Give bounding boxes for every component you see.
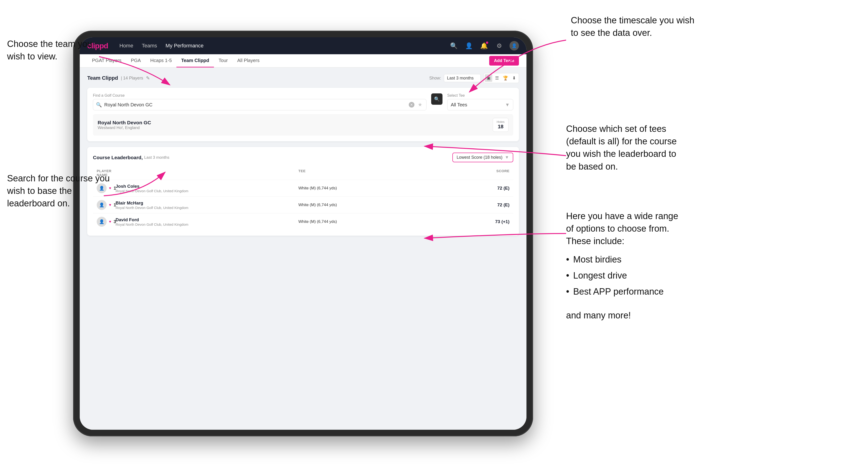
leaderboard-table: PLAYER NAME TEE SCORE 👤 ♥ 1 Josh xyxy=(93,167,513,230)
settings-icon[interactable]: ⚙ xyxy=(494,41,504,51)
search-row: Find a Golf Course 🔍 ✕ ★ 🔍 Select Tee Al… xyxy=(93,93,513,111)
leaderboard-header: Course Leaderboard, Last 3 months Lowest… xyxy=(93,153,513,162)
course-search-input-wrap: 🔍 ✕ ★ xyxy=(93,99,427,111)
show-label: Show: xyxy=(429,76,441,81)
nav-link-my-performance[interactable]: My Performance xyxy=(165,43,204,49)
course-result: Royal North Devon GC Westward Ho!, Engla… xyxy=(93,114,513,135)
search-icon-small: 🔍 xyxy=(96,102,102,107)
tab-all-players[interactable]: All Players xyxy=(232,54,264,67)
table-row: 👤 ♥ 3 David Ford Royal North Devon Golf … xyxy=(93,213,513,230)
tab-tour[interactable]: Tour xyxy=(214,54,232,67)
tee-select[interactable]: All Tees ▼ xyxy=(447,99,513,111)
team-title: Team Clippd xyxy=(87,75,118,81)
player-name-2: Blair McHarg xyxy=(116,200,299,206)
rank-cell-3: 👤 ♥ 3 xyxy=(97,217,116,227)
edit-icon[interactable]: ✎ xyxy=(146,75,150,81)
score-type-select[interactable]: Lowest Score (18 holes) ▼ xyxy=(453,153,513,162)
tee-select-value: All Tees xyxy=(451,102,467,107)
trophy-icon[interactable]: 🏆 xyxy=(502,74,509,82)
main-content: Team Clippd | 14 Players ✎ Show: Last 3 … xyxy=(80,67,526,430)
col-score: SCORE xyxy=(481,169,509,177)
find-course-label: Find a Golf Course xyxy=(93,93,427,98)
player-club-2: Royal North Devon Golf Club, United King… xyxy=(116,206,299,210)
nav-link-teams[interactable]: Teams xyxy=(142,43,157,49)
ipad-device: clippd Home Teams My Performance 🔍 👤 🔔 ⚙… xyxy=(73,31,533,436)
leaderboard-subtitle: Last 3 months xyxy=(144,155,169,160)
bullet-drive: Longest drive xyxy=(566,268,678,283)
tee-1: White (M) (6,744 yds) xyxy=(299,186,481,191)
tee-select-group: Select Tee All Tees ▼ xyxy=(447,93,513,111)
tee-2: White (M) (6,744 yds) xyxy=(299,203,481,207)
player-info-3: David Ford Royal North Devon Golf Club, … xyxy=(116,217,299,226)
bell-icon[interactable]: 🔔 xyxy=(479,41,489,51)
player-info-1: Josh Coles Royal North Devon Golf Club, … xyxy=(116,184,299,193)
player-name-1: Josh Coles xyxy=(116,184,299,189)
score-3: 73 (+1) xyxy=(481,219,509,224)
tee-select-label: Select Tee xyxy=(447,93,513,98)
view-icons: ▣ ☰ 🏆 ⬇ xyxy=(484,73,519,83)
options-list: Most birdies Longest drive Best APP perf… xyxy=(566,251,678,300)
annotation-right-middle: Choose which set of tees(default is all)… xyxy=(566,123,677,173)
clear-search-button[interactable]: ✕ xyxy=(409,102,414,107)
team-header-right: Show: Last 3 months Last month Last 6 mo… xyxy=(429,73,519,83)
nav-icons: 🔍 👤 🔔 ⚙ 👤 xyxy=(449,41,519,51)
search-icon[interactable]: 🔍 xyxy=(449,41,459,51)
tab-pga[interactable]: PGA xyxy=(126,54,146,67)
person-icon[interactable]: 👤 xyxy=(464,41,474,51)
download-icon[interactable]: ⬇ xyxy=(510,74,518,82)
player-name-3: David Ford xyxy=(116,217,299,222)
sub-nav: PGAT Players PGA Hcaps 1-5 Team Clippd T… xyxy=(80,54,526,67)
add-team-button[interactable]: Add Team xyxy=(489,56,519,66)
nav-bar: clippd Home Teams My Performance 🔍 👤 🔔 ⚙… xyxy=(80,37,526,54)
col-tee: TEE xyxy=(299,169,481,177)
course-search-card: Find a Golf Course 🔍 ✕ ★ 🔍 Select Tee Al… xyxy=(87,88,519,141)
table-header: PLAYER NAME TEE SCORE xyxy=(93,167,513,179)
heart-icon-3: ♥ xyxy=(109,220,111,224)
and-more-text: and many more! xyxy=(566,309,678,322)
avatar-3: 👤 xyxy=(97,217,106,227)
team-header: Team Clippd | 14 Players ✎ Show: Last 3 … xyxy=(87,73,519,83)
course-name: Royal North Devon GC xyxy=(98,120,151,125)
list-view-icon[interactable]: ☰ xyxy=(493,74,501,82)
chevron-down-score-icon: ▼ xyxy=(505,155,509,160)
holes-label: Holes xyxy=(497,120,504,124)
table-row: 👤 ♥ 1 Josh Coles Royal North Devon Golf … xyxy=(93,180,513,196)
course-location: Westward Ho!, England xyxy=(98,125,151,130)
leaderboard-card: Course Leaderboard, Last 3 months Lowest… xyxy=(87,147,519,236)
leaderboard-header-right: Lowest Score (18 holes) ▼ xyxy=(453,153,513,162)
score-type-value: Lowest Score (18 holes) xyxy=(457,155,502,160)
score-2: 72 (E) xyxy=(481,203,509,208)
holes-number: 18 xyxy=(498,124,503,129)
score-1: 72 (E) xyxy=(481,186,509,191)
chevron-down-icon: ▼ xyxy=(505,102,510,107)
tab-team-clippd[interactable]: Team Clippd xyxy=(177,54,214,67)
player-club-1: Royal North Devon Golf Club, United King… xyxy=(116,189,299,193)
nav-link-home[interactable]: Home xyxy=(119,43,133,49)
annotation-top-right: Choose the timescale you wish to see the… xyxy=(571,14,703,39)
bullet-birdies: Most birdies xyxy=(566,251,678,268)
search-group: Find a Golf Course 🔍 ✕ ★ xyxy=(93,93,427,111)
avatar[interactable]: 👤 xyxy=(509,41,519,51)
search-action-button[interactable]: 🔍 xyxy=(431,93,442,105)
course-result-info: Royal North Devon GC Westward Ho!, Engla… xyxy=(98,120,151,130)
nav-links: Home Teams My Performance xyxy=(119,43,204,49)
col-spacer xyxy=(116,169,299,177)
bullet-app: Best APP performance xyxy=(566,283,678,300)
course-search-input[interactable] xyxy=(104,102,406,107)
player-info-2: Blair McHarg Royal North Devon Golf Club… xyxy=(116,200,299,210)
team-player-count: | 14 Players xyxy=(121,76,143,81)
tee-3: White (M) (6,744 yds) xyxy=(299,219,481,224)
table-row: 👤 ♥ 1 Blair McHarg Royal North Devon Gol… xyxy=(93,196,513,213)
tab-hcaps[interactable]: Hcaps 1-5 xyxy=(146,54,177,67)
annotation-top-left: Choose the team you wish to view. xyxy=(7,38,106,63)
leaderboard-title: Course Leaderboard, xyxy=(93,155,143,160)
grid-view-icon[interactable]: ▣ xyxy=(485,74,492,82)
ipad-screen: clippd Home Teams My Performance 🔍 👤 🔔 ⚙… xyxy=(80,37,526,430)
show-select[interactable]: Last 3 months Last month Last 6 months L… xyxy=(444,74,481,82)
holes-badge: Holes 18 xyxy=(493,118,508,132)
annotation-left-middle: Search for the course you wish to base t… xyxy=(7,172,111,210)
player-club-3: Royal North Devon Golf Club, United King… xyxy=(116,222,299,226)
annotation-right-lower: Here you have a wide rangeof options to … xyxy=(566,210,678,322)
favourite-icon[interactable]: ★ xyxy=(417,102,423,108)
